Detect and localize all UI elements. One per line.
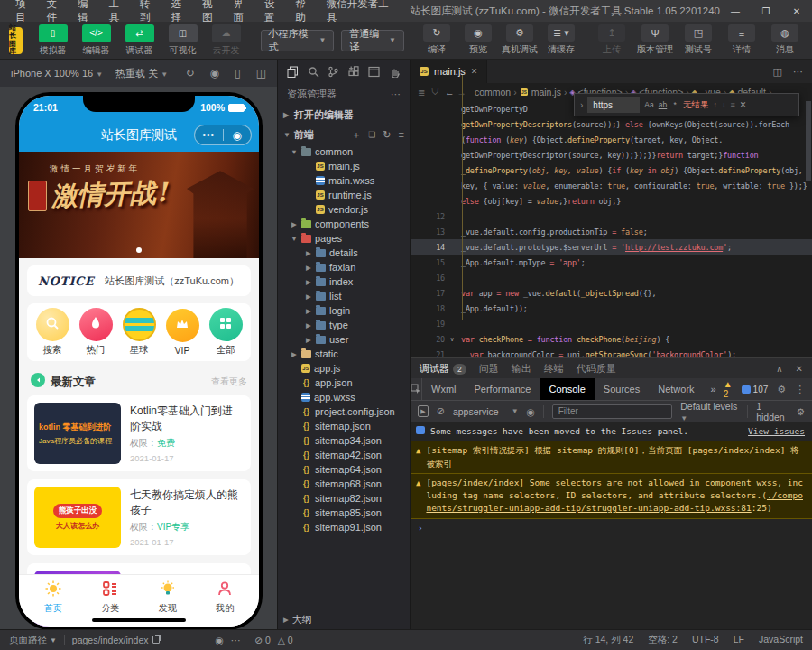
tree-item-static[interactable]: ▶static: [278, 347, 410, 361]
statusbar-item[interactable]: UTF-8: [692, 634, 719, 646]
mode-select[interactable]: 小程序模式▼: [261, 30, 335, 51]
warning-count[interactable]: ▲ 2: [724, 379, 733, 399]
tree-item-main.js[interactable]: JSmain.js: [278, 159, 410, 173]
action-消息[interactable]: ◍消息: [767, 24, 803, 56]
find-input[interactable]: https: [587, 97, 640, 113]
problems-summary[interactable]: ⊘ 0 △ 0: [254, 635, 292, 645]
hot-reload-toggle[interactable]: 热重载 关▼: [115, 67, 168, 80]
tree-item-list[interactable]: ▶list: [278, 289, 410, 303]
console-filter-input[interactable]: Filter: [552, 404, 673, 419]
tree-item-type[interactable]: ▶type: [278, 318, 410, 332]
capsule-menu[interactable]: ••• ◉: [194, 125, 252, 145]
tree-item-login[interactable]: ▶login: [278, 303, 410, 318]
tree-item-details[interactable]: ▶details: [278, 246, 410, 260]
compile-select[interactable]: 普通编译▼: [341, 30, 404, 51]
clear-console-icon[interactable]: ⊘: [437, 405, 445, 417]
copy-icon[interactable]: [152, 636, 160, 644]
tree-item-sitemap68.json[interactable]: {}sitemap68.json: [278, 477, 410, 491]
menu-项目[interactable]: 项目: [9, 0, 40, 24]
prev-match-icon[interactable]: ↑: [713, 100, 717, 109]
regex-icon[interactable]: .*: [671, 100, 677, 109]
device-icon[interactable]: ▯: [235, 67, 241, 79]
close-tab-icon[interactable]: ✕: [471, 67, 478, 76]
article-card[interactable]: 熊孩子出没大人该怎么办七天教你搞定烦人的熊孩子权限：VIP专享2021-01-1…: [27, 479, 251, 555]
editor-scrollbar[interactable]: [805, 101, 812, 358]
panel-tab-问题[interactable]: 问题: [479, 362, 499, 376]
tree-item-faxian[interactable]: ▶faxian: [278, 260, 410, 274]
action-详情[interactable]: ≡详情: [724, 24, 760, 56]
more-dots-icon[interactable]: ⋯: [231, 635, 241, 645]
collapse-panel-icon[interactable]: ∧: [776, 364, 782, 374]
more-dots-icon[interactable]: •••: [195, 130, 223, 140]
more-dots-icon[interactable]: ⋯: [391, 88, 401, 100]
project-root-section[interactable]: ▼ 前端 ＋ ❏ ↻ ≡: [278, 125, 410, 144]
action-预览[interactable]: ◉预览: [460, 24, 496, 56]
action-编译[interactable]: ↻编译: [419, 24, 455, 56]
collapse-all-icon[interactable]: ≡: [399, 129, 404, 140]
open-editors-section[interactable]: ▶ 打开的编辑器: [278, 105, 410, 125]
gear-icon[interactable]: ⚙: [777, 384, 786, 395]
more-dots-icon[interactable]: ⋯: [793, 66, 803, 78]
outline-section[interactable]: ▶ 大纲: [283, 613, 312, 627]
menu-文件[interactable]: 文件: [40, 0, 70, 24]
hand-icon[interactable]: [389, 66, 401, 78]
view-button-模拟器[interactable]: ▯模拟器: [33, 24, 73, 57]
view-button-编辑器[interactable]: </>编辑器: [77, 24, 116, 57]
windows-icon[interactable]: ◫: [256, 67, 266, 79]
editor-tab-mainjs[interactable]: JS main.js ✕: [411, 60, 487, 83]
view-button-可视化[interactable]: ◫可视化: [163, 24, 203, 57]
panel-tab-终端[interactable]: 终端: [544, 362, 564, 376]
tree-item-components[interactable]: ▶components: [278, 217, 410, 231]
menu-微信开发者工具[interactable]: 微信开发者工具: [320, 0, 398, 24]
close-button[interactable]: ✕: [781, 0, 812, 22]
view-more-link[interactable]: 查看更多: [211, 376, 247, 388]
tabbar-item-我的[interactable]: 我的: [197, 580, 254, 614]
split-editor-icon[interactable]: ◫: [773, 66, 782, 78]
close-find-icon[interactable]: ✕: [740, 100, 747, 109]
more-tabs-icon[interactable]: »: [704, 384, 724, 395]
tabbar-item-发现[interactable]: 发现: [139, 580, 197, 614]
tree-item-sitemap82.json[interactable]: {}sitemap82.json: [278, 491, 410, 506]
devtools-tab-Sources[interactable]: Sources: [595, 378, 649, 400]
tree-item-vendor.js[interactable]: JSvendor.js: [278, 202, 410, 217]
maximize-button[interactable]: ❐: [751, 0, 781, 22]
view-issues-link[interactable]: View issues: [748, 425, 805, 438]
panel-tab-输出[interactable]: 输出: [512, 362, 531, 376]
preview-icon[interactable]: [368, 66, 380, 78]
panel-tab-调试器[interactable]: 调试器2: [420, 362, 466, 376]
tree-item-pages[interactable]: ▼pages: [278, 231, 410, 246]
outline-list-icon[interactable]: ≣: [418, 88, 425, 98]
tree-item-main.wxss[interactable]: main.wxss: [278, 173, 410, 188]
statusbar-item[interactable]: 行 14, 列 42: [583, 634, 633, 646]
tabbar-item-首页[interactable]: 首页: [24, 580, 82, 614]
context-select[interactable]: appservice▼: [453, 406, 519, 417]
statusbar-item[interactable]: JavaScript: [759, 634, 803, 646]
tree-item-common[interactable]: ▼common: [278, 144, 410, 159]
back-arrow-icon[interactable]: ←: [445, 87, 455, 98]
source-control-icon[interactable]: [328, 66, 339, 78]
action-测试号[interactable]: ◳测试号: [680, 24, 716, 56]
view-button-调试器[interactable]: ⇄调试器: [120, 24, 160, 57]
eye-icon[interactable]: ◉: [216, 635, 224, 645]
tree-item-index[interactable]: ▶index: [278, 274, 410, 289]
console-settings-icon[interactable]: ⚙: [797, 406, 805, 417]
statusbar-item[interactable]: 空格: 2: [648, 634, 678, 646]
tree-item-sitemap42.json[interactable]: {}sitemap42.json: [278, 448, 410, 462]
breadcrumb-item[interactable]: JSmain.js: [520, 87, 561, 98]
extensions-icon[interactable]: [348, 66, 360, 78]
close-panel-icon[interactable]: ✕: [796, 364, 803, 374]
home-icon-热门[interactable]: 热门: [79, 308, 113, 357]
home-icon-搜索[interactable]: 搜索: [36, 308, 69, 357]
home-icon-星球[interactable]: 星球: [123, 308, 156, 357]
refresh-icon[interactable]: ↻: [383, 129, 391, 141]
issues-count[interactable]: 107: [742, 385, 769, 395]
menu-工具[interactable]: 工具: [102, 0, 133, 24]
find-in-selection-icon[interactable]: ≡: [730, 100, 734, 109]
tree-item-project.config.json[interactable]: {}project.config.json: [278, 404, 410, 419]
match-case-icon[interactable]: Aa: [644, 100, 653, 109]
action-清缓存[interactable]: ≣ ▾清缓存: [543, 24, 579, 56]
search-icon[interactable]: [308, 66, 319, 78]
menu-界面[interactable]: 界面: [226, 0, 257, 24]
menu-编辑[interactable]: 编辑: [71, 0, 102, 24]
tree-item-app.wxss[interactable]: app.wxss: [278, 390, 410, 404]
